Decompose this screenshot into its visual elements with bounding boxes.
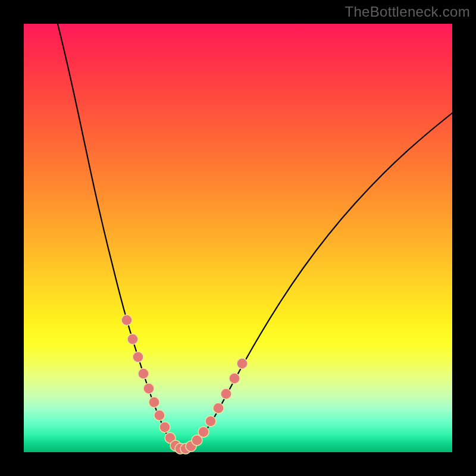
data-marker: [127, 334, 138, 345]
chart-overlay: [24, 24, 452, 452]
data-marker: [221, 389, 231, 399]
watermark-text: TheBottleneck.com: [345, 4, 470, 20]
data-marker: [159, 422, 170, 433]
data-marker: [133, 352, 143, 362]
data-marker: [237, 358, 248, 369]
data-marker: [198, 427, 209, 437]
chart-container: TheBottleneck.com: [0, 0, 476, 476]
data-marker: [205, 416, 216, 427]
data-marker: [138, 368, 149, 379]
data-marker: [121, 315, 132, 325]
data-marker: [143, 383, 154, 394]
data-markers: [121, 315, 248, 454]
data-marker: [154, 410, 165, 421]
bottleneck-curve: [55, 12, 452, 449]
data-marker: [213, 403, 224, 414]
data-marker: [229, 373, 240, 384]
data-marker: [149, 397, 159, 408]
